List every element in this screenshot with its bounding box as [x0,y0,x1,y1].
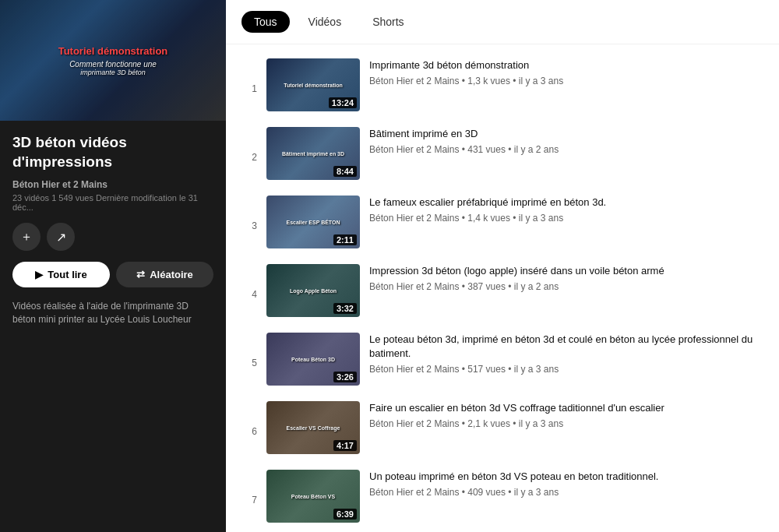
video-row[interactable]: 2 Bâtiment imprimé en 3D 8:44 Bâtiment i… [226,119,779,188]
video-number: 2 [241,127,257,163]
video-number: 7 [241,470,257,506]
video-meta: Béton Hier et 2 Mains • 1,3 k vues • il … [369,76,763,86]
video-number: 1 [241,58,257,94]
video-title: Le poteau béton 3d, imprimé en béton 3d … [369,333,763,361]
sidebar-info: 3D béton vidéos d'impressions Béton Hier… [0,121,226,336]
thumbnail-line3: imprimante 3D béton [58,69,168,76]
main-content: Tous Vidéos Shorts 1 Tutoriel démonstrat… [226,0,779,532]
video-number: 6 [241,401,257,437]
thumbnail-line1: Tutoriel démonstration [58,45,168,57]
video-title: Impression 3d béton (logo apple) inséré … [369,264,763,278]
video-info: Impression 3d béton (logo apple) inséré … [369,264,763,292]
play-icon: ▶ [35,269,43,280]
video-title: Imprimante 3d béton démonstration [369,58,763,72]
video-thumbnail: Tutoriel démonstration 13:24 [266,58,360,111]
shuffle-label: Aléatoire [150,269,193,280]
video-row[interactable]: 4 Logo Apple Béton 3:32 Impression 3d bé… [226,256,779,325]
sidebar-action-buttons: ＋ ↗ [12,223,213,251]
thumb-text: Escalier ESP BÉTON [271,220,355,225]
video-row[interactable]: 5 Poteau Béton 3D 3:26 Le poteau béton 3… [226,325,779,393]
video-info: Imprimante 3d béton démonstration Béton … [369,58,763,86]
video-row[interactable]: 7 Poteau Béton VS 6:39 Un poteau imprimé… [226,462,779,530]
video-thumbnail: Poteau Béton VS 6:39 [266,470,360,523]
video-row[interactable]: 3 Escalier ESP BÉTON 2:11 Le fameux esca… [226,188,779,256]
playlist-meta: 23 vidéos 1 549 vues Dernière modificati… [12,193,213,212]
shuffle-button[interactable]: ⇄ Aléatoire [116,262,213,287]
video-title: Le fameux escalier préfabriqué imprimé e… [369,196,763,210]
thumb-text: Poteau Béton 3D [271,357,355,362]
video-row[interactable]: 1 Tutoriel démonstration 13:24 Imprimant… [226,51,779,119]
video-duration: 2:11 [333,234,357,245]
thumb-text: Bâtiment imprimé en 3D [271,151,355,157]
video-meta: Béton Hier et 2 Mains • 431 vues • il y … [369,144,763,155]
share-button[interactable]: ↗ [47,223,75,251]
video-meta: Béton Hier et 2 Mains • 2,1 k vues • il … [369,418,763,429]
video-thumbnail: Escalier ESP BÉTON 2:11 [266,196,360,248]
play-all-label: Tout lire [48,269,86,280]
video-info: Un poteau imprimé en béton 3d VS poteau … [369,470,763,498]
video-duration: 6:39 [333,509,357,520]
shuffle-icon: ⇄ [136,269,145,280]
video-duration: 3:26 [333,372,357,382]
video-duration: 3:32 [333,303,357,314]
video-info: Bâtiment imprimé en 3D Béton Hier et 2 M… [369,127,763,155]
video-meta: Béton Hier et 2 Mains • 517 vues • il y … [369,364,763,375]
video-number: 3 [241,196,257,231]
video-info: Faire un escalier en béton 3d VS coffrag… [369,401,763,429]
video-title: Bâtiment imprimé en 3D [369,127,763,141]
video-thumbnail: Escalier VS Coffrage 4:17 [266,401,360,454]
thumbnail-line2: Comment fonctionne une [58,60,168,69]
tab-tous[interactable]: Tous [241,11,290,33]
video-meta: Béton Hier et 2 Mains • 387 vues • il y … [369,281,763,292]
video-duration: 8:44 [333,166,357,177]
channel-name: Béton Hier et 2 Mains [12,179,213,190]
tab-videos[interactable]: Vidéos [296,11,354,33]
share-icon: ↗ [56,230,66,245]
video-title: Un poteau imprimé en béton 3d VS poteau … [369,470,763,484]
thumbnail-overlay-text: Tutoriel démonstration Comment fonctionn… [52,39,174,83]
video-row[interactable]: 6 Escalier VS Coffrage 4:17 Faire un esc… [226,393,779,462]
video-number: 4 [241,264,257,300]
play-all-button[interactable]: ▶ Tout lire [12,262,110,287]
plus-icon: ＋ [20,229,33,245]
playlist-title: 3D béton vidéos d'impressions [12,133,213,171]
sidebar: Tutoriel démonstration Comment fonctionn… [0,0,226,532]
video-info: Le poteau béton 3d, imprimé en béton 3d … [369,333,763,375]
playlist-description: Vidéos réalisée à l'aide de l'imprimante… [12,300,213,326]
add-button[interactable]: ＋ [12,223,41,251]
tabs-bar: Tous Vidéos Shorts [226,0,779,44]
video-list: 1 Tutoriel démonstration 13:24 Imprimant… [226,44,779,532]
video-duration: 4:17 [333,440,357,451]
tab-shorts[interactable]: Shorts [360,11,416,33]
thumb-text: Logo Apple Béton [271,288,355,294]
video-thumbnail: Poteau Béton 3D 3:26 [266,333,360,386]
video-thumbnail: Logo Apple Béton 3:32 [266,264,360,317]
video-title: Faire un escalier en béton 3d VS coffrag… [369,401,763,415]
video-info: Le fameux escalier préfabriqué imprimé e… [369,196,763,224]
thumb-text: Poteau Béton VS [271,494,355,499]
video-meta: Béton Hier et 2 Mains • 409 vues • il y … [369,487,763,498]
video-duration: 13:24 [329,97,357,108]
thumb-text: Escalier VS Coffrage [271,425,355,431]
video-meta: Béton Hier et 2 Mains • 1,4 k vues • il … [369,213,763,224]
video-number: 5 [241,333,257,368]
video-thumbnail: Bâtiment imprimé en 3D 8:44 [266,127,360,180]
play-row: ▶ Tout lire ⇄ Aléatoire [12,262,213,287]
sidebar-thumbnail: Tutoriel démonstration Comment fonctionn… [0,0,226,121]
thumb-text: Tutoriel démonstration [271,83,355,88]
